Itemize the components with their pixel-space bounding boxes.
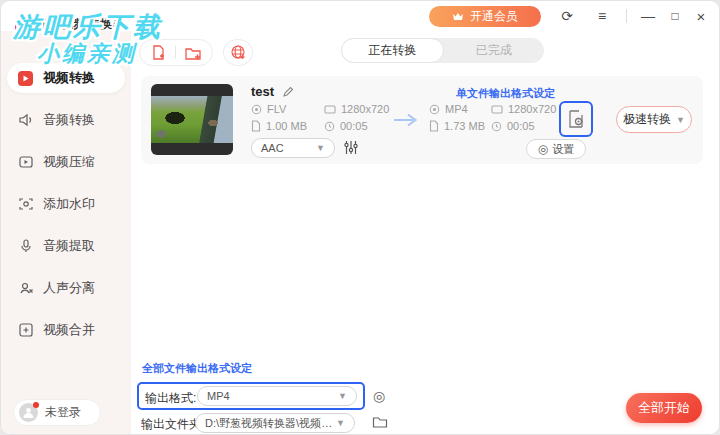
video-thumbnail[interactable] (151, 84, 233, 155)
audio-convert-icon (17, 112, 34, 129)
vocal-separate-icon (17, 280, 34, 297)
clock-icon (491, 121, 502, 132)
login-button[interactable]: 未登录 (13, 399, 101, 426)
notification-dot (33, 402, 39, 408)
output-duration: 00:05 (491, 120, 535, 132)
sidebar-item-label: 视频压缩 (43, 153, 95, 171)
thumbnail-image (151, 96, 233, 143)
file-size-icon (429, 120, 439, 132)
sidebar-item-label: 添加水印 (43, 195, 95, 213)
format-icon (251, 104, 262, 115)
add-url-button[interactable] (223, 39, 253, 66)
add-watermark-icon (17, 196, 34, 213)
file-settings-label: 设置 (552, 142, 574, 157)
app-title: 野葱视频转换器 (35, 16, 126, 33)
vip-upgrade-label: 开通会员 (470, 8, 518, 25)
main-panel: 正在转换 已完成 test FLV 1280x720 (131, 31, 720, 435)
audio-extract-icon (17, 238, 34, 255)
source-size: 1.00 MB (251, 120, 307, 132)
output-folder-value: D:\野葱视频转换器\视频转换 (205, 416, 336, 431)
sidebar-item-label: 视频合并 (43, 321, 95, 339)
refresh-icon[interactable]: ⟳ (557, 7, 577, 25)
chevron-down-icon: ▼ (336, 418, 345, 428)
output-folder-select[interactable]: D:\野葱视频转换器\视频转换 ▼ (195, 413, 355, 433)
sidebar-item-label: 音频转换 (43, 111, 95, 129)
tab-bar: 正在转换 已完成 (341, 38, 544, 63)
login-label: 未登录 (45, 404, 81, 421)
video-compress-icon (17, 154, 34, 171)
video-merge-icon (17, 322, 34, 339)
sidebar-item-vocal-separate[interactable]: 人声分离 (7, 273, 125, 303)
open-folder-icon[interactable] (372, 415, 388, 429)
chevron-down-icon: ▼ (316, 143, 325, 153)
tab-completed[interactable]: 已完成 (444, 38, 545, 63)
sidebar-item-label: 人声分离 (43, 279, 95, 297)
add-folder-icon[interactable] (184, 45, 202, 61)
avatar (19, 403, 38, 422)
speed-convert-button[interactable]: 极速转换 ▼ (616, 106, 692, 133)
format-gear-icon[interactable]: ◎ (373, 388, 385, 404)
output-format-select[interactable]: MP4 ▼ (197, 386, 357, 406)
globe-add-icon (230, 44, 247, 61)
tab-converting[interactable]: 正在转换 (341, 38, 444, 63)
close-button[interactable]: × (691, 7, 711, 25)
add-toolbar-group (139, 39, 213, 66)
resolution-icon (491, 104, 503, 115)
single-file-setting-link[interactable]: 单文件输出格式设定 (456, 86, 555, 101)
menu-icon[interactable]: ≡ (592, 7, 612, 25)
rename-pencil-icon[interactable] (282, 86, 294, 98)
output-format-label: 输出格式: (145, 390, 196, 407)
file-size-icon (251, 120, 261, 132)
convert-arrow-icon (393, 112, 419, 128)
maximize-button[interactable]: □ (665, 7, 685, 25)
sidebar-item-video-merge[interactable]: 视频合并 (7, 315, 125, 345)
video-convert-icon (17, 70, 34, 87)
resolution-icon (324, 104, 336, 115)
source-resolution: 1280x720 (324, 103, 389, 115)
app-logo (15, 19, 31, 35)
add-file-icon[interactable] (150, 44, 167, 61)
crown-icon (452, 12, 464, 22)
titlebar-divider (626, 9, 627, 23)
file-settings-button[interactable]: ◎ 设置 (526, 139, 586, 159)
speed-convert-label: 极速转换 (623, 111, 671, 128)
sidebar-item-audio-extract[interactable]: 音频提取 (7, 231, 125, 261)
output-size: 1.73 MB (429, 120, 485, 132)
file-title: test (251, 84, 274, 99)
output-format: MP4 (429, 103, 468, 115)
chevron-down-icon: ▼ (676, 115, 685, 125)
sidebar-item-video-convert[interactable]: 视频转换 (7, 63, 125, 93)
sidebar: 视频转换 音频转换 视频压缩 添加水印 音频提取 (1, 31, 131, 435)
minimize-button[interactable]: — (638, 7, 658, 25)
audio-codec-select[interactable]: AAC ▼ (251, 138, 335, 158)
file-card: test FLV 1280x720 1.00 MB 00:05 (141, 76, 703, 164)
output-resolution: 1280x720 (491, 103, 556, 115)
app-window: 野葱视频转换器 游吧乐下载 小编亲测 开通会员 ⟳ ≡ — □ × 视频转换 (0, 0, 720, 435)
vip-upgrade-button[interactable]: 开通会员 (429, 6, 541, 27)
gear-icon: ◎ (538, 142, 548, 156)
sidebar-item-add-watermark[interactable]: 添加水印 (7, 189, 125, 219)
output-format-highlight-box: 输出格式: MP4 ▼ (137, 382, 365, 410)
sidebar-item-label: 音频提取 (43, 237, 95, 255)
all-files-setting-title: 全部文件输出格式设定 (142, 361, 252, 376)
source-format: FLV (251, 103, 286, 115)
clock-icon (324, 121, 335, 132)
source-duration: 00:05 (324, 120, 368, 132)
sidebar-item-video-compress[interactable]: 视频压缩 (7, 147, 125, 177)
sidebar-item-label: 视频转换 (43, 69, 95, 87)
audio-codec-value: AAC (261, 142, 284, 154)
output-format-value: MP4 (207, 390, 230, 402)
chevron-down-icon: ▼ (338, 391, 347, 401)
start-all-button[interactable]: 全部开始 (626, 393, 702, 423)
page-gear-icon (567, 109, 585, 129)
single-file-format-button[interactable] (559, 101, 593, 137)
sidebar-item-audio-convert[interactable]: 音频转换 (7, 105, 125, 135)
format-icon (429, 104, 440, 115)
equalizer-icon[interactable] (344, 140, 358, 155)
toolbar-divider (175, 46, 176, 59)
